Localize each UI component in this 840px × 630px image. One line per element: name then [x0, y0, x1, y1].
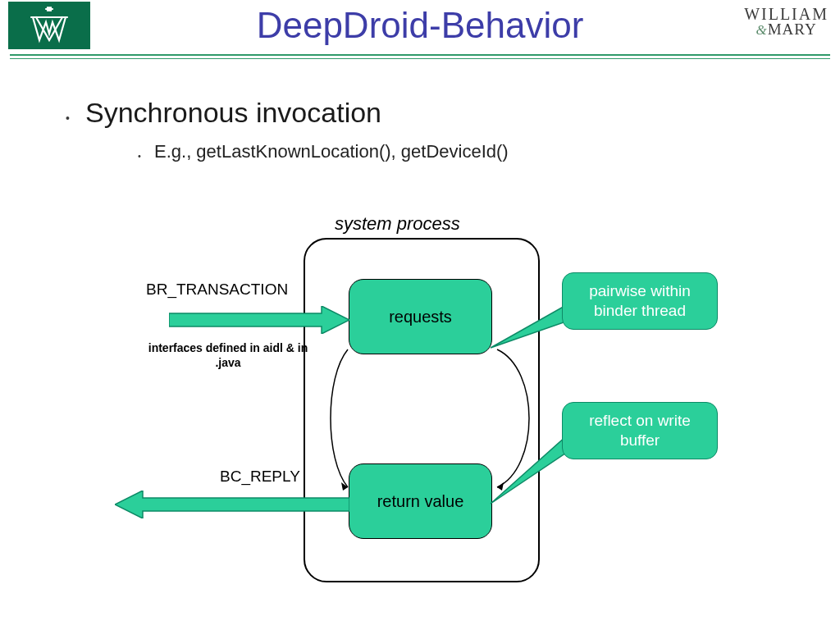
callout-tail-icon: [487, 304, 569, 353]
aidl-note: interfaces defined in aidl & in .java: [146, 341, 310, 370]
br-transaction-label: BR_TRANSACTION: [146, 281, 288, 299]
svg-marker-5: [491, 436, 566, 504]
return-value-node: return value: [349, 463, 492, 539]
arrow-in-icon: [169, 306, 349, 334]
system-process-label: system process: [335, 213, 460, 235]
flow-curve-left: [330, 345, 354, 492]
bc-reply-label: BC_REPLY: [220, 468, 300, 486]
callout-tail-icon: [487, 435, 569, 509]
diagram-container: system process requests return value BR_…: [0, 0, 840, 630]
svg-marker-2: [169, 306, 349, 334]
callout-reflect: reflect on write buffer: [562, 402, 718, 459]
svg-marker-4: [491, 305, 566, 348]
callout-pairwise: pairwise within binder thread: [562, 272, 718, 330]
arrow-out-icon: [115, 491, 349, 518]
requests-node: requests: [349, 279, 492, 354]
svg-marker-3: [115, 491, 349, 518]
